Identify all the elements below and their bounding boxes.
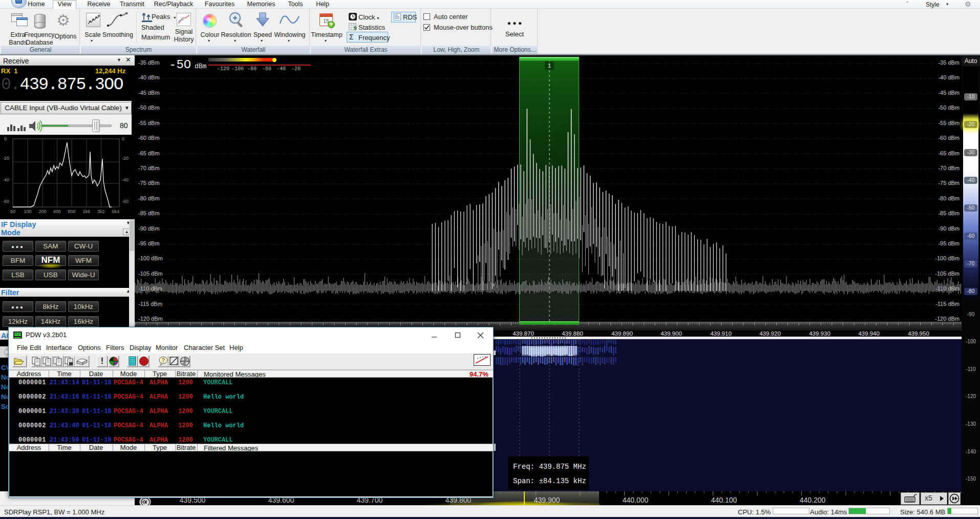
svg-text:?: ?	[162, 358, 165, 363]
